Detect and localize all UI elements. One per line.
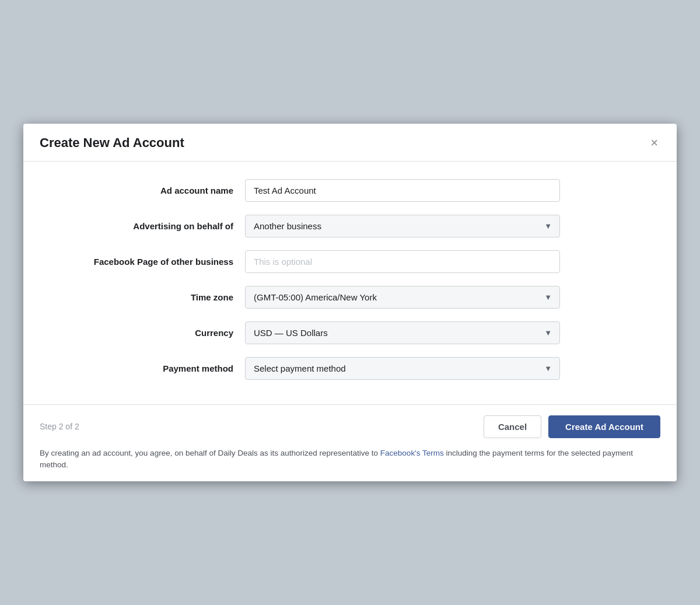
modal-body: Ad account name Advertising on behalf of… [23,162,677,404]
advertising-on-behalf-select-wrap: My business Another business A client's … [245,215,560,237]
advertising-on-behalf-label: Advertising on behalf of [47,221,245,231]
payment-method-select-wrap: Select payment method Credit Card PayPal… [245,357,560,380]
modal-footer: Step 2 of 2 Cancel Create Ad Account By … [23,404,677,482]
time-zone-select-wrap: (GMT-05:00) America/New York (GMT+00:00)… [245,286,560,309]
facebook-page-input[interactable] [245,250,560,273]
modal-dialog: Create New Ad Account × Ad account name … [23,124,677,482]
ad-account-name-input[interactable] [245,179,560,202]
currency-label: Currency [47,328,245,338]
close-button[interactable]: × [648,137,660,149]
modal-title: Create New Ad Account [40,135,184,151]
ad-account-name-row: Ad account name [47,179,653,202]
footer-actions: Step 2 of 2 Cancel Create Ad Account [40,415,660,438]
disclaimer-text-start: By creating an ad account, you agree, on… [40,449,380,457]
step-label: Step 2 of 2 [40,422,79,431]
modal-header: Create New Ad Account × [23,124,677,162]
time-zone-label: Time zone [47,292,245,302]
create-ad-account-button[interactable]: Create Ad Account [548,415,660,438]
cancel-button[interactable]: Cancel [484,415,541,438]
currency-wrap: USD — US Dollars EUR — Euros GBP — Briti… [245,321,560,344]
time-zone-row: Time zone (GMT-05:00) America/New York (… [47,286,653,309]
facebook-page-wrap [245,250,560,273]
currency-row: Currency USD — US Dollars EUR — Euros GB… [47,321,653,344]
ad-account-name-label: Ad account name [47,186,245,195]
facebook-page-row: Facebook Page of other business [47,250,653,273]
advertising-on-behalf-wrap: My business Another business A client's … [245,215,560,237]
payment-method-label: Payment method [47,363,245,373]
currency-select[interactable]: USD — US Dollars EUR — Euros GBP — Briti… [245,321,560,344]
payment-method-select[interactable]: Select payment method Credit Card PayPal [245,357,560,380]
payment-method-row: Payment method Select payment method Cre… [47,357,653,380]
modal-overlay: Create New Ad Account × Ad account name … [0,0,700,605]
footer-disclaimer: By creating an ad account, you agree, on… [40,447,660,471]
advertising-on-behalf-row: Advertising on behalf of My business Ano… [47,215,653,237]
advertising-on-behalf-select[interactable]: My business Another business A client's … [245,215,560,237]
facebook-page-label: Facebook Page of other business [47,257,245,267]
payment-method-wrap: Select payment method Credit Card PayPal… [245,357,560,380]
ad-account-name-wrap [245,179,560,202]
time-zone-wrap: (GMT-05:00) America/New York (GMT+00:00)… [245,286,560,309]
currency-select-wrap: USD — US Dollars EUR — Euros GBP — Briti… [245,321,560,344]
facebook-terms-link[interactable]: Facebook's Terms [380,449,444,457]
time-zone-select[interactable]: (GMT-05:00) America/New York (GMT+00:00)… [245,286,560,309]
